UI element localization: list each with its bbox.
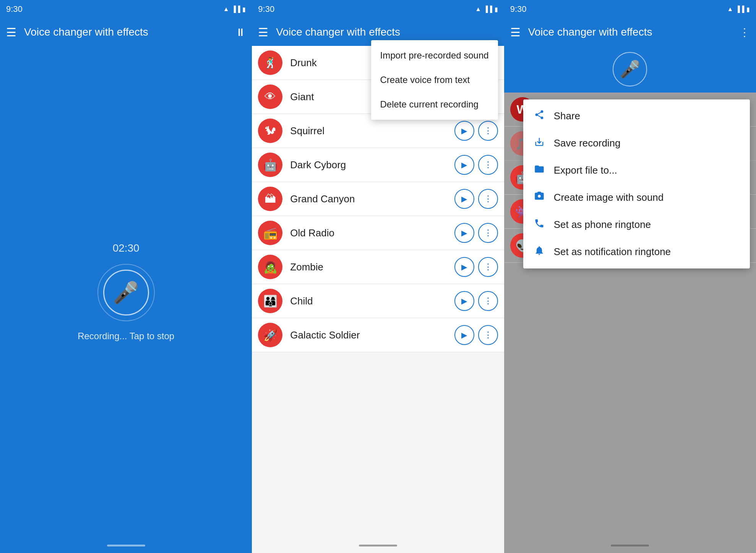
context-save-label: Save recording [554,137,621,149]
play-icon: ▶ [461,126,467,135]
play-icon: ▶ [461,262,467,272]
mic-icon: 🎤 [113,280,139,305]
effect-icon-old-radio: 📻 [258,221,282,245]
context-item-share[interactable]: Share [523,102,750,130]
list-item: 📻 Old Radio ▶ ⋮ [252,216,504,250]
context-item-save[interactable]: Save recording [523,130,750,157]
more-button-dark-cyborg[interactable]: ⋮ [478,155,498,175]
context-export-label: Export file to... [554,164,617,176]
effect-name-galactic-soldier: Galactic Soldier [290,329,454,341]
more-button-grand-canyon[interactable]: ⋮ [478,189,498,209]
dropdown-create-voice-label: Create voice from text [380,75,470,85]
play-button-dark-cyborg[interactable]: ▶ [454,155,474,175]
phone-ringtone-icon [532,218,546,231]
dropdown-item-import[interactable]: Import pre-recorded sound [371,43,498,68]
home-indicator-1 [107,545,145,546]
timer-display: 02:30 [113,242,140,254]
context-item-export[interactable]: Export file to... [523,157,750,184]
app-header-1: ☰ Voice changer with effects ⏸ [0,18,252,46]
status-icons-2: ▲ ▐▐ ▮ [475,6,498,13]
more-button-zombie[interactable]: ⋮ [478,257,498,277]
more-icon: ⋮ [484,262,492,272]
dropdown-import-label: Import pre-recorded sound [380,50,489,61]
play-button-grand-canyon[interactable]: ▶ [454,189,474,209]
mic-circle[interactable]: 🎤 [103,270,149,316]
menu-icon-2[interactable]: ☰ [258,26,268,39]
menu-icon-3[interactable]: ☰ [510,26,521,39]
context-phone-ringtone-label: Set as phone ringtone [554,219,651,231]
bottom-bar-2 [252,538,504,553]
more-button-squirrel[interactable]: ⋮ [478,121,498,141]
effect-icon-dark-cyborg: 🤖 [258,153,282,177]
recording-body: 02:30 🎤 Recording... Tap to stop [0,46,252,538]
wifi-icon-3: ▲ [727,6,733,13]
dropdown-item-create-voice[interactable]: Create voice from text [371,68,498,92]
effect-name-zombie: Zombie [290,261,454,273]
header-mic-circle[interactable]: 🎤 [613,52,647,86]
effect-icon-squirrel: 🐿 [258,119,282,143]
context-item-create-image[interactable]: Create image with sound [523,184,750,211]
context-menu: Share Save recording Export file to. [523,99,750,268]
dropdown-item-delete[interactable]: Delete current recording [371,92,498,117]
play-button-galactic-soldier[interactable]: ▶ [454,325,474,345]
bottom-bar-3 [504,538,756,553]
more-icon: ⋮ [484,330,492,340]
app-title-2: Voice changer with effects [276,26,498,38]
bell-icon [532,245,546,259]
play-icon: ▶ [461,228,467,237]
camera-icon [532,191,546,204]
screen-effects-list: 9:30 ▲ ▐▐ ▮ ☰ Voice changer with effects… [252,0,504,553]
play-button-squirrel[interactable]: ▶ [454,121,474,141]
play-icon: ▶ [461,160,467,169]
status-time-2: 9:30 [258,4,274,14]
share-icon [532,109,546,123]
effect-name-grand-canyon: Grand Canyon [290,193,454,205]
list-item: 🚀 Galactic Soldier ▶ ⋮ [252,318,504,352]
context-item-phone-ringtone[interactable]: Set as phone ringtone [523,211,750,238]
effect-icon-child: 👨‍👩‍👦 [258,289,282,313]
effect-name-old-radio: Old Radio [290,227,454,239]
app-title-3: Voice changer with effects [528,26,735,38]
pause-button-1[interactable]: ⏸ [235,26,246,39]
context-share-label: Share [554,110,580,122]
more-button-child[interactable]: ⋮ [478,291,498,311]
play-button-zombie[interactable]: ▶ [454,257,474,277]
wifi-icon-2: ▲ [475,6,481,13]
more-icon: ⋮ [484,160,492,170]
play-icon: ▶ [461,330,467,340]
context-item-notification-ringtone[interactable]: Set as notification ringtone [523,238,750,265]
effect-name-squirrel: Squirrel [290,125,454,137]
more-button-old-radio[interactable]: ⋮ [478,223,498,243]
effect-name-dark-cyborg: Dark Cyborg [290,159,454,171]
menu-icon-1[interactable]: ☰ [6,26,16,39]
mic-area[interactable]: 🎤 [96,262,157,323]
status-bar-1: 9:30 ▲ ▐▐ ▮ [0,0,252,18]
play-button-child[interactable]: ▶ [454,291,474,311]
header-mic-area: 🎤 [504,46,756,93]
list-item: 🧟 Zombie ▶ ⋮ [252,250,504,284]
bottom-bar-1 [0,538,252,553]
overflow-menu-icon-3[interactable]: ⋮ [739,26,750,39]
dropdown-delete-label: Delete current recording [380,99,479,110]
battery-icon-3: ▮ [746,6,750,13]
more-button-galactic-soldier[interactable]: ⋮ [478,325,498,345]
app-title-1: Voice changer with effects [24,26,231,38]
status-bar-2: 9:30 ▲ ▐▐ ▮ [252,0,504,18]
home-indicator-2 [359,545,397,546]
play-icon: ▶ [461,296,467,306]
play-button-old-radio[interactable]: ▶ [454,223,474,243]
context-create-image-label: Create image with sound [554,192,664,203]
signal-icon-3: ▐▐ [735,6,744,13]
signal-icon-2: ▐▐ [483,6,492,13]
play-icon: ▶ [461,194,467,203]
app-header-3: ☰ Voice changer with effects ⋮ [504,18,756,46]
effect-icon-giant: 👁 [258,85,282,109]
effect-icon-zombie: 🧟 [258,255,282,279]
more-icon: ⋮ [484,194,492,204]
more-icon: ⋮ [484,296,492,306]
more-icon: ⋮ [484,126,492,136]
status-time-1: 9:30 [6,4,23,14]
wifi-icon: ▲ [223,6,229,13]
signal-icon: ▐▐ [232,6,240,13]
save-icon [532,137,546,150]
